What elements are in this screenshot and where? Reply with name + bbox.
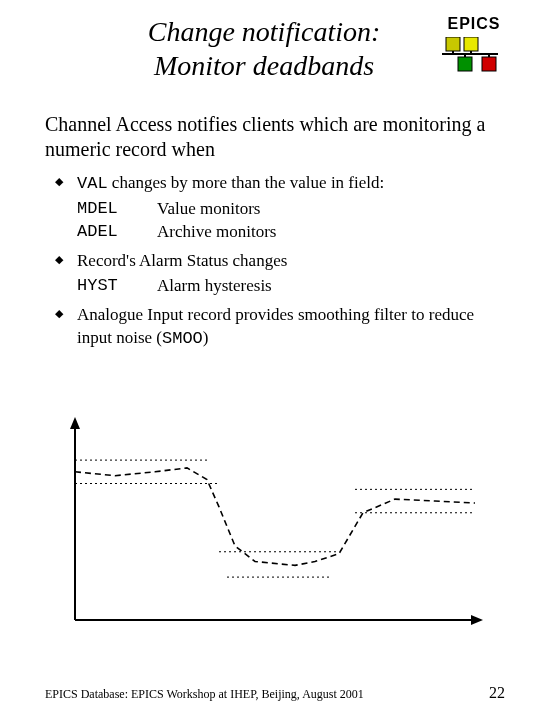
- deadband-chart: [45, 415, 485, 640]
- def-term: ADEL: [77, 221, 157, 244]
- epics-logo-label: EPICS: [438, 15, 510, 33]
- def-desc: Archive monitors: [157, 221, 505, 244]
- def-term: HYST: [77, 275, 157, 298]
- svg-rect-3: [482, 57, 496, 71]
- def-term: MDEL: [77, 198, 157, 221]
- bullet-item: Analogue Input record provides smoothing…: [55, 304, 505, 351]
- svg-rect-1: [464, 37, 478, 51]
- footer-text: EPICS Database: EPICS Workshop at IHEP, …: [45, 687, 364, 702]
- svg-marker-10: [70, 417, 80, 429]
- epics-logo: EPICS: [438, 15, 510, 75]
- def-row: HYST Alarm hysteresis: [77, 275, 505, 298]
- epics-logo-icon: [438, 37, 502, 75]
- bullet-text-post: ): [203, 328, 209, 347]
- svg-marker-12: [471, 615, 483, 625]
- svg-rect-2: [458, 57, 472, 71]
- svg-rect-0: [446, 37, 460, 51]
- bullet-item: VAL changes by more than the value in fi…: [55, 172, 505, 244]
- def-desc: Alarm hysteresis: [157, 275, 505, 298]
- page-number: 22: [489, 684, 505, 702]
- def-row: ADEL Archive monitors: [77, 221, 505, 244]
- title-line1: Change notification:: [148, 16, 381, 47]
- slide-title: Change notification: Monitor deadbands: [30, 15, 438, 82]
- bullet-lead-rest: changes by more than the value in field:: [108, 173, 385, 192]
- intro-text: Channel Access notifies clients which ar…: [45, 112, 505, 162]
- def-row: MDEL Value monitors: [77, 198, 505, 221]
- bullet-item: Record's Alarm Status changes HYST Alarm…: [55, 250, 505, 298]
- title-line2: Monitor deadbands: [154, 50, 374, 81]
- slide-body: Channel Access notifies clients which ar…: [0, 82, 540, 351]
- def-desc: Value monitors: [157, 198, 505, 221]
- footer: EPICS Database: EPICS Workshop at IHEP, …: [0, 684, 540, 702]
- bullet-text-pre: Analogue Input record provides smoothing…: [77, 305, 474, 347]
- bullet-text-mono: SMOO: [162, 329, 203, 348]
- bullet-text: Record's Alarm Status changes: [77, 251, 287, 270]
- bullet-lead-mono: VAL: [77, 174, 108, 193]
